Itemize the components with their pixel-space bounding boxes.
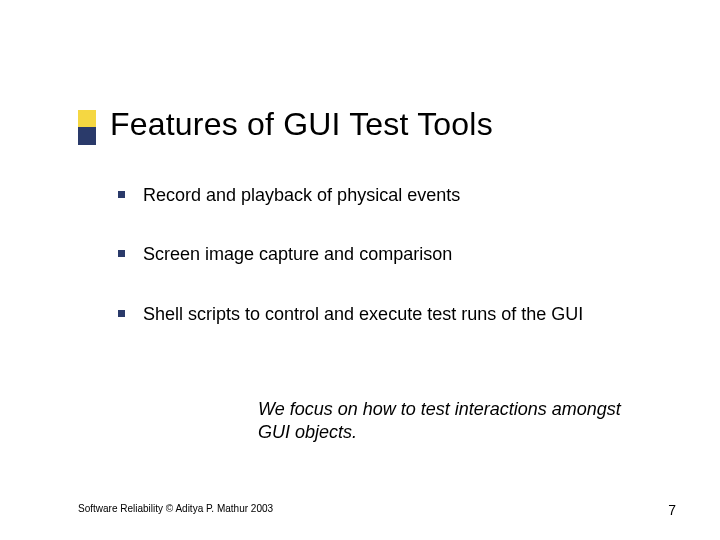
bullet-list: Record and playback of physical events S… [118, 184, 660, 362]
bullet-item: Record and playback of physical events [118, 184, 660, 207]
slide-title: Features of GUI Test Tools [110, 106, 493, 143]
bullet-text: Shell scripts to control and execute tes… [143, 303, 583, 326]
focus-note: We focus on how to test interactions amo… [258, 398, 650, 443]
square-bullet-icon [118, 310, 125, 317]
square-bullet-icon [118, 191, 125, 198]
title-accent [78, 110, 96, 145]
bullet-item: Screen image capture and comparison [118, 243, 660, 266]
accent-square-navy [78, 127, 96, 145]
bullet-item: Shell scripts to control and execute tes… [118, 303, 660, 326]
bullet-text: Record and playback of physical events [143, 184, 460, 207]
accent-square-yellow [78, 110, 96, 128]
footer-copyright: Software Reliability © Aditya P. Mathur … [78, 503, 273, 514]
title-block: Features of GUI Test Tools [78, 106, 493, 145]
slide: Features of GUI Test Tools Record and pl… [0, 0, 720, 540]
square-bullet-icon [118, 250, 125, 257]
page-number: 7 [668, 502, 676, 518]
bullet-text: Screen image capture and comparison [143, 243, 452, 266]
